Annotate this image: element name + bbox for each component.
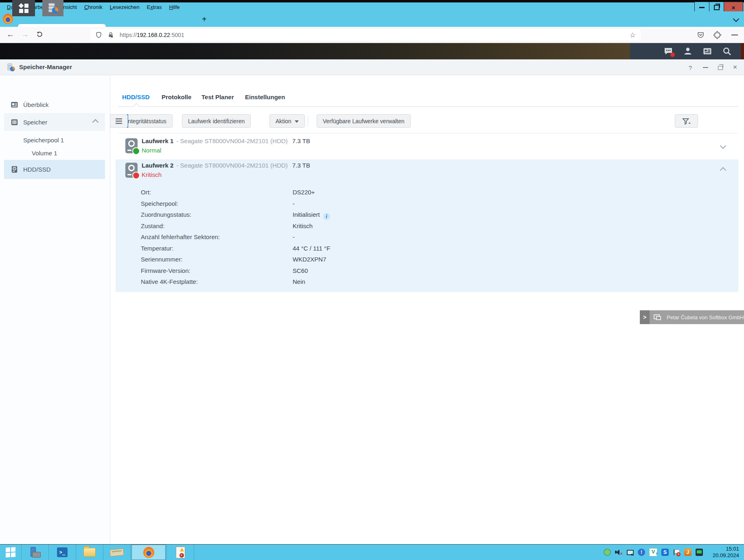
dsm-system-tray [630,43,741,59]
active-tab-notch [133,103,140,110]
url-port: :5001 [170,32,184,38]
filter-button[interactable] [675,114,698,128]
sidebar-item-speicherpool-1[interactable]: Speicherpool 1 [4,134,105,146]
main-menu-grid-icon [19,4,28,13]
tray-green-app-icon[interactable] [604,549,611,556]
dsm-storage-manager-task-button[interactable] [42,0,63,16]
hdd-icon [11,166,18,173]
tray-v-app-icon[interactable]: V? [649,548,657,556]
sidebar-item-hdd-ssd[interactable]: HDD/SSD [4,160,105,179]
drive-row-laufwerk-1[interactable]: ✓ Laufwerk 1- Seagate ST8000VN004-2M2101… [116,135,738,159]
menu-chronik[interactable]: Chronik [81,3,106,11]
drive-row-laufwerk-2[interactable]: ! Laufwerk 2- Seagate ST8000VN004-2M2101… [116,159,738,292]
app-minimize-button[interactable] [701,63,709,72]
user-account-icon[interactable] [683,46,693,56]
app-window-titlebar: Speicher-Manager ? × [0,59,744,75]
menu-lesezeichen[interactable]: Lesezeichen [106,3,143,11]
detail-row: Zustand:Kritisch [141,220,330,232]
tray-teamviewer-icon[interactable] [696,549,703,556]
table-view-button[interactable] [110,114,128,128]
drive-size: 7.3 TB [292,137,310,144]
shield-icon[interactable] [95,31,102,39]
taskbar-clock[interactable]: 15:01 20.09.2024 [713,546,739,559]
detail-row: Native 4K-Festplatte:Nein [141,276,330,288]
info-icon[interactable]: i [323,213,330,220]
system-tray: × ! V? S × J [602,545,705,560]
notifications-chat-icon[interactable] [663,46,673,56]
caret-down-icon [295,120,299,123]
sidebar-item-ueberblick[interactable]: Überblick [4,96,105,113]
tray-action-center-flag-icon[interactable]: × [673,549,680,556]
tab-protokolle[interactable]: Protokolle [162,94,191,100]
app-restore-button[interactable] [716,64,724,72]
collapse-chevron-icon[interactable] [721,167,725,174]
drive-name: Laufwerk 2- Seagate ST8000VN004-2M2101 (… [142,162,288,169]
tray-s-app-icon[interactable]: S [661,549,669,556]
sidebar-item-label: Speicherpool 1 [23,137,64,144]
taskbar-powershell[interactable]: >_ [49,545,76,560]
teamviewer-session-bar[interactable]: Petar Čubela von Softbox GmbH [650,310,744,324]
drive-model: - Seagate ST8000VN004-2M2101 (HDD) [176,137,287,144]
drive-icon: ! [125,163,138,178]
tab-overflow-chevron-icon[interactable] [733,16,740,22]
minimize-icon [699,7,705,8]
sidebar: Überblick Speicher Speicherpool 1 Volume… [0,75,110,544]
action-dropdown-button[interactable]: Aktion [269,114,305,128]
extensions-puzzle-icon[interactable] [713,31,722,39]
url-host: 192.168.0.22 [137,32,170,38]
new-tab-button[interactable]: + [202,15,207,23]
close-icon: × [732,4,735,11]
tray-network-icon[interactable] [626,549,634,556]
taskbar-event-log[interactable] [167,545,194,560]
app-close-button[interactable]: × [731,63,739,71]
wallpaper-edge [741,43,744,59]
pocket-icon[interactable] [697,31,705,39]
address-bar[interactable]: https://192.168.0.22:5001 ☆ [90,29,641,41]
forward-button[interactable]: → [21,31,29,38]
tab-einstellungen[interactable]: Einstellungen [245,94,285,100]
drive-size: 7.3 TB [292,162,310,169]
back-button[interactable]: ← [7,31,14,38]
bookmark-star-icon[interactable]: ☆ [630,31,636,39]
taskbar-server-manager[interactable] [22,545,48,560]
sidebar-item-speicher[interactable]: Speicher [4,113,105,131]
app-help-button[interactable]: ? [686,63,694,72]
dsm-main-menu-button[interactable] [12,0,35,16]
taskbar-scanner-app[interactable] [103,545,130,560]
drive-name: Laufwerk 1- Seagate ST8000VN004-2M2101 (… [142,137,288,144]
start-button[interactable] [0,545,21,560]
sidebar-item-label: Überblick [23,101,49,108]
menu-hilfe[interactable]: Hilfe [166,3,184,11]
collapse-chevron-icon[interactable] [92,119,99,125]
event-log-icon [176,547,185,558]
tab-hdd-ssd[interactable]: HDD/SSD [122,94,150,100]
tray-alert-icon[interactable]: ! [638,549,645,556]
menu-extras[interactable]: Extras [143,3,166,11]
detail-row: Speicherpool:- [141,198,330,209]
search-icon[interactable] [722,46,732,56]
teamviewer-expand-button[interactable]: > [640,310,650,324]
teamviewer-panel: > Petar Čubela von Softbox GmbH [640,310,744,324]
storage-manager-icon [47,2,59,14]
sidebar-item-volume-1[interactable]: Volume 1 [4,147,105,159]
url-scheme: https:// [120,32,137,38]
firefox-logo-icon [3,14,13,24]
tray-volume-muted-icon[interactable]: × [615,549,622,556]
browser-menubar: Datei Bearbeiten Ansicht Chronik Lesezei… [0,2,744,11]
tray-java-icon[interactable]: J [684,549,691,556]
widgets-panel-icon[interactable] [702,46,712,56]
folder-icon [83,548,96,557]
manage-available-drives-button[interactable]: Verfügbare Laufwerke verwalten [317,114,411,128]
taskbar-file-explorer[interactable] [76,545,103,560]
app-window-body: Überblick Speicher Speicherpool 1 Volume… [0,75,744,544]
taskbar-firefox-active[interactable] [131,545,166,560]
powershell-icon: >_ [57,547,68,557]
identify-drive-button[interactable]: Laufwerk identifizieren [182,114,251,128]
status-critical-badge: ! [132,172,140,179]
reload-button[interactable] [36,31,43,38]
expand-chevron-icon[interactable] [721,142,725,150]
detail-row: Zuordnungsstatus:Initialisierti [141,209,330,220]
drive-status: Normal [142,147,161,154]
tab-test-planer[interactable]: Test Planer [201,94,234,100]
lock-warning-icon[interactable] [107,31,114,39]
